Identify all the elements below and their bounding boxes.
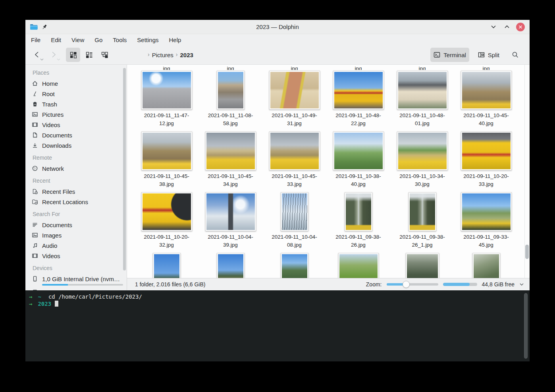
close-button[interactable] [516, 23, 525, 31]
clipped-filename: jpg [454, 65, 518, 70]
sidebar-scrollbar[interactable] [123, 68, 126, 270]
file-2021-09-11-10-38-40-jpg[interactable]: 2021-09-11_10-38-40.jpg [326, 131, 390, 191]
file-2021-09-11-11-08-58-jpg[interactable]: 2021-09-11_11-08-58.jpg [198, 70, 262, 131]
file-2021-09-11-10-45-33-jpg[interactable]: 2021-09-11_10-45-33.jpg [262, 131, 326, 191]
home-icon [32, 80, 38, 87]
sidebar-item-documents[interactable]: Documents [32, 220, 121, 230]
menubar: FileEditViewGoToolsSettingsHelp [25, 34, 530, 45]
icons-view-button[interactable] [66, 48, 80, 62]
free-space-chevron-icon[interactable] [519, 283, 524, 286]
file-2021-09-11-10-45-40-jpg[interactable]: 2021-09-11_10-45-40.jpg [454, 70, 518, 131]
window-title: 2023 — Dolphin [25, 23, 530, 30]
file-2021-09-11-10-20-32-jpg[interactable]: 2021-09-11_10-20-32.jpg [135, 191, 198, 252]
folder-scrollbar-thumb[interactable] [525, 245, 529, 259]
sidebar-item-downloads[interactable]: Downloads [32, 140, 121, 151]
menu-tools[interactable]: Tools [113, 37, 127, 43]
thumbnail [269, 131, 320, 170]
sidebar-item-images[interactable]: Images [32, 230, 121, 240]
trash-icon [32, 101, 38, 107]
maximize-button[interactable] [503, 23, 511, 31]
thumbnail [281, 253, 308, 278]
breadcrumb-item-pictures[interactable]: Pictures [152, 52, 173, 58]
sidebar-item-home[interactable]: Home [32, 78, 121, 89]
sidebar-item-trash[interactable]: Trash [32, 99, 121, 109]
file-thumbnail-partial[interactable] [135, 252, 198, 278]
drive-icon [32, 276, 38, 282]
minimize-button[interactable] [489, 23, 498, 31]
sidebar-item-recent-files[interactable]: Recent Files [32, 186, 121, 197]
terminal-scrollbar[interactable] [524, 293, 528, 359]
file-thumbnail-partial[interactable] [454, 252, 518, 278]
sidebar-item-recent-locations[interactable]: Recent Locations [32, 197, 121, 207]
thumbnail [333, 71, 384, 110]
folder-scrollbar-track[interactable] [524, 65, 530, 278]
folder-clock-icon [32, 199, 38, 205]
file-2021-09-11-09-33-45-jpg[interactable]: 2021-09-11_09-33-45.jpg [454, 191, 518, 252]
menu-view[interactable]: View [71, 37, 84, 43]
tree-view-button[interactable] [98, 48, 112, 62]
device-usage-bar [42, 284, 123, 286]
menu-edit[interactable]: Edit [51, 37, 61, 43]
file-2021-09-11-10-45-38-jpg[interactable]: 2021-09-11_10-45-38.jpg [135, 131, 198, 191]
file-thumbnail-partial[interactable] [198, 252, 262, 278]
back-button[interactable] [32, 49, 42, 61]
free-space-label: 44,8 GiB free [482, 281, 515, 288]
search-button[interactable] [508, 48, 522, 62]
details-view-button[interactable] [82, 48, 96, 62]
back-history-caret[interactable] [40, 58, 44, 61]
folder-icon [29, 23, 38, 31]
sidebar-item-pictures[interactable]: Pictures [32, 109, 121, 120]
titlebar[interactable]: 2023 — Dolphin [25, 20, 530, 34]
sidebar-item-label: Root [42, 91, 55, 97]
file-2021-09-11-10-34-30-jpg[interactable]: 2021-09-11_10-34-30.jpg [390, 131, 454, 191]
terminal-toggle-button[interactable]: Terminal [430, 48, 469, 62]
sidebar-item-475-4-gib-encrypted-drive[interactable]: 475.4 GiB Encrypted Drive [32, 287, 121, 290]
file-2021-09-11-09-38-26-1-jpg[interactable]: 2021-09-11_09-38-26_1.jpg [390, 191, 454, 252]
sidebar-item-label: 1,0 GiB Internal Drive (nvme… [42, 276, 121, 282]
document-icon [32, 132, 38, 138]
terminal-line: →~cd /home/carl/Pictures/2023/ [29, 293, 522, 300]
file-2021-09-11-10-45-34-jpg[interactable]: 2021-09-11_10-45-34.jpg [198, 131, 262, 191]
menu-settings[interactable]: Settings [137, 37, 158, 43]
sidebar-item-videos[interactable]: Videos [32, 251, 121, 261]
menu-help[interactable]: Help [169, 37, 181, 43]
sidebar-item-documents[interactable]: Documents [32, 130, 121, 140]
filename-label: 2021-09-11_09-38-26.jpg [329, 233, 388, 249]
file-thumbnail-partial[interactable] [262, 252, 326, 278]
embedded-terminal[interactable]: →~cd /home/carl/Pictures/2023/→2023 [25, 290, 530, 361]
sidebar-item-1-0-gib-internal-drive-nvme[interactable]: 1,0 GiB Internal Drive (nvme… [32, 274, 121, 284]
clipped-filename: jpg [198, 65, 262, 70]
thumbnail [205, 131, 256, 170]
sidebar-item-network[interactable]: Network [32, 163, 121, 174]
prompt-arrow: → [29, 301, 32, 307]
sidebar-item-label: Documents [42, 222, 72, 228]
sidebar-item-label: Images [42, 232, 62, 239]
file-2021-09-11-11-47-12-jpg[interactable]: 2021-09-11_11-47-12.jpg [135, 70, 198, 131]
menu-file[interactable]: File [31, 37, 40, 43]
file-thumbnail-partial[interactable] [326, 252, 390, 278]
file-2021-09-11-10-49-31-jpg[interactable]: 2021-09-11_10-49-31.jpg [262, 70, 326, 131]
file-2021-09-11-10-20-33-jpg[interactable]: 2021-09-11_10-20-33.jpg [454, 131, 518, 191]
forward-history-caret[interactable] [57, 58, 60, 61]
filename-label: 2021-09-11_11-08-58.jpg [201, 112, 260, 128]
sidebar-item-label: Network [42, 165, 64, 172]
file-2021-09-11-10-04-08-jpg[interactable]: 2021-09-11_10-04-08.jpg [262, 191, 326, 252]
folder-view[interactable]: jpgjpgjpgjpgjpgjpg 2021-09-11_11-47-12.j… [127, 65, 530, 278]
file-2021-09-11-10-48-01-jpg[interactable]: 2021-09-11_10-48-01.jpg [390, 70, 454, 131]
sidebar-item-audio[interactable]: Audio [32, 240, 121, 251]
zoom-slider[interactable] [387, 281, 438, 288]
file-2021-09-11-10-48-22-jpg[interactable]: 2021-09-11_10-48-22.jpg [326, 70, 390, 131]
file-2021-09-11-10-04-39-jpg[interactable]: 2021-09-11_10-04-39.jpg [198, 191, 262, 252]
thumbnail [205, 192, 256, 231]
menu-go[interactable]: Go [94, 37, 102, 43]
breadcrumb-item-2023[interactable]: 2023 [180, 52, 193, 58]
file-thumbnail-partial[interactable] [390, 252, 454, 278]
file-2021-09-11-09-38-26-jpg[interactable]: 2021-09-11_09-38-26.jpg [326, 191, 390, 252]
forward-button[interactable] [48, 49, 59, 61]
zoom-slider-knob[interactable] [403, 281, 410, 288]
thumbnail [217, 71, 245, 110]
split-view-button[interactable]: Split [475, 48, 503, 62]
sidebar-item-videos[interactable]: Videos [32, 120, 121, 130]
filename-label: 2021-09-11_09-38-26_1.jpg [393, 233, 452, 249]
sidebar-item-root[interactable]: Root [32, 89, 121, 99]
